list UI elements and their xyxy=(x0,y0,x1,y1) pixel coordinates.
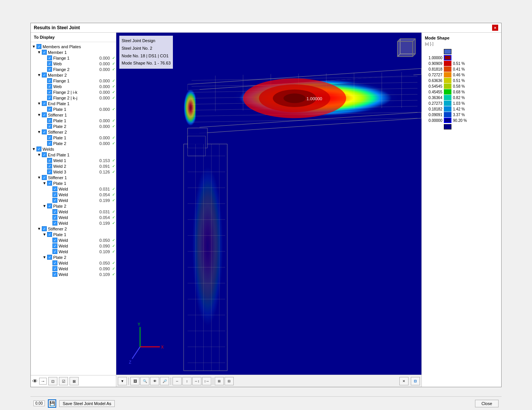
checkbox-w_s2_p1_weld2[interactable] xyxy=(52,243,57,248)
checkbox-m2_flange1[interactable] xyxy=(47,78,52,83)
checkbox-endplate1[interactable] xyxy=(42,101,47,106)
tree-item-endplate1[interactable]: ▼End Plate 1 xyxy=(32,101,115,106)
tree-item-m2_flange2ik[interactable]: Flange 2 | i-k0.000✓ xyxy=(32,89,115,95)
checkbox-ep1_plate1[interactable] xyxy=(47,107,52,112)
toolbar-move-yx-btn[interactable]: ↕↔ xyxy=(202,377,211,385)
footer-btn-2[interactable]: ☑ xyxy=(59,377,68,385)
viewport-wrapper[interactable]: Steel Joint Design Steel Joint No. 2 Nod… xyxy=(116,33,421,375)
save-model-button[interactable]: Save Steel Joint Model As xyxy=(59,400,115,407)
checkbox-w_s1_plate1[interactable] xyxy=(47,181,52,186)
checkbox-w_s2_plate2[interactable] xyxy=(47,255,52,260)
checkbox-member2[interactable] xyxy=(42,73,47,77)
tree-item-stiffener2[interactable]: ▼Stiffener 2 xyxy=(32,129,115,135)
checkbox-m1_flange2[interactable] xyxy=(47,67,52,72)
checkbox-m2_web[interactable] xyxy=(47,84,52,89)
expander-welds[interactable]: ▼ xyxy=(32,147,36,151)
tree-item-w_s2_p1_weld2[interactable]: Weld0.090✓ xyxy=(32,243,115,249)
expander-w_stiffener2[interactable]: ▼ xyxy=(37,227,41,231)
expander-w_s2_plate1[interactable]: ▼ xyxy=(42,232,47,237)
tree-item-w_ep1_weld2[interactable]: Weld 20.091✓ xyxy=(32,163,115,169)
tree-item-s2_plate1[interactable]: Plate 10.000✓ xyxy=(32,135,115,140)
checkbox-w_s2_p2_weld2[interactable] xyxy=(52,266,57,271)
toolbar-view-btn[interactable]: 👁 xyxy=(150,377,159,385)
tree-item-w_endplate1[interactable]: ▼End Plate 1 xyxy=(32,152,115,158)
tree-item-s1_plate1[interactable]: Plate 10.000✓ xyxy=(32,118,115,123)
tree-item-w_s1_p1_weld2[interactable]: Weld0.054✓ xyxy=(32,192,115,197)
toolbar-frame-btn[interactable]: 🖼 xyxy=(130,377,139,385)
close-button[interactable]: Close xyxy=(475,400,499,407)
tree-item-w_ep1_weld3[interactable]: Weld 30.126✓ xyxy=(32,169,115,175)
expander-member1[interactable]: ▼ xyxy=(37,50,41,55)
title-close-button[interactable]: × xyxy=(492,25,498,31)
checkbox-w_ep1_weld2[interactable] xyxy=(47,164,52,169)
expander-endplate1[interactable]: ▼ xyxy=(37,101,41,106)
toolbar-search-btn[interactable]: 🔎 xyxy=(160,377,169,385)
expander-w_s2_plate2[interactable]: ▼ xyxy=(42,255,47,260)
checkbox-w_stiffener2[interactable] xyxy=(42,226,47,231)
expander-w_s1_plate2[interactable]: ▼ xyxy=(42,204,47,208)
checkbox-w_s2_p2_weld1[interactable] xyxy=(52,260,57,265)
tree-item-w_s1_plate2[interactable]: ▼Plate 2 xyxy=(32,203,115,209)
tree-item-ep1_plate1[interactable]: Plate 10.000✓ xyxy=(32,106,115,112)
tree-item-w_stiffener2[interactable]: ▼Stiffener 2 xyxy=(32,226,115,232)
tree-item-w_s1_p1_weld3[interactable]: Weld0.199✓ xyxy=(32,197,115,203)
checkbox-m2_flange2ik[interactable] xyxy=(47,90,52,95)
tree-item-w_s2_p2_weld2[interactable]: Weld0.090✓ xyxy=(32,266,115,271)
footer-btn-3[interactable]: ⊠ xyxy=(70,377,79,385)
expander-stiffener1[interactable]: ▼ xyxy=(37,113,41,117)
toolbar-minus-btn[interactable]: ⊟ xyxy=(225,377,234,385)
checkbox-w_s1_p1_weld1[interactable] xyxy=(52,186,57,191)
checkbox-s1_plate1[interactable] xyxy=(47,118,52,123)
tree-item-member2[interactable]: ▼Member 2 xyxy=(32,72,115,78)
checkbox-members_plates[interactable] xyxy=(36,44,41,49)
toolbar-zoom-btn[interactable]: 🔍 xyxy=(140,377,149,385)
tree-item-w_s2_p2_weld1[interactable]: Weld0.050✓ xyxy=(32,260,115,266)
checkbox-w_s1_p1_weld3[interactable] xyxy=(52,198,57,203)
checkbox-stiffener1[interactable] xyxy=(42,112,47,117)
tree-item-w_s2_plate1[interactable]: ▼Plate 1 xyxy=(32,232,115,237)
checkbox-w_s1_p2_weld2[interactable] xyxy=(52,215,57,220)
checkbox-m1_flange1[interactable] xyxy=(47,55,52,60)
tree-item-m1_flange1[interactable]: Flange 10.000✓ xyxy=(32,55,115,61)
tree-item-m2_web[interactable]: Web0.000✓ xyxy=(32,84,115,89)
checkbox-w_s2_p1_weld3[interactable] xyxy=(52,249,57,254)
checkbox-w_ep1_weld3[interactable] xyxy=(47,169,52,174)
expander-members_plates[interactable]: ▼ xyxy=(32,44,36,49)
save-model-icon[interactable]: 💾 xyxy=(48,399,56,408)
tree-item-m2_flange1[interactable]: Flange 10.000✓ xyxy=(32,78,115,84)
tree-item-w_stiffener1[interactable]: ▼Stiffener 1 xyxy=(32,175,115,180)
tree-item-m1_flange2[interactable]: Flange 20.000✓ xyxy=(32,66,115,72)
tree-item-members_plates[interactable]: ▼Members and Plates xyxy=(32,44,115,49)
toolbar-dropdown-btn[interactable]: ▼ xyxy=(118,377,127,385)
tree-item-stiffener1[interactable]: ▼Stiffener 1 xyxy=(32,112,115,118)
tree-item-welds[interactable]: ▼Welds xyxy=(32,146,115,152)
checkbox-s2_plate2[interactable] xyxy=(47,141,52,146)
tree-item-w_s2_plate2[interactable]: ▼Plate 2 xyxy=(32,254,115,260)
checkbox-w_endplate1[interactable] xyxy=(42,152,47,157)
toolbar-move-xy-btn[interactable]: ↔↕ xyxy=(192,377,201,385)
tree-item-w_s1_p2_weld1[interactable]: Weld0.031✓ xyxy=(32,209,115,214)
checkbox-w_ep1_weld1[interactable] xyxy=(47,158,52,163)
checkbox-w_s1_p1_weld2[interactable] xyxy=(52,192,57,197)
expander-w_stiffener1[interactable]: ▼ xyxy=(37,175,41,180)
tree-item-s2_plate2[interactable]: Plate 20.000✓ xyxy=(32,140,115,146)
checkbox-w_s1_p2_weld1[interactable] xyxy=(52,209,57,214)
checkbox-s2_plate1[interactable] xyxy=(47,135,52,140)
tree-item-w_ep1_weld1[interactable]: Weld 10.153✓ xyxy=(32,158,115,163)
toolbar-move-y-btn[interactable]: ↕ xyxy=(182,377,192,385)
checkbox-stiffener2[interactable] xyxy=(42,129,47,134)
expander-stiffener2[interactable]: ▼ xyxy=(37,130,41,134)
checkbox-member1[interactable] xyxy=(42,50,47,55)
nav-cube[interactable] xyxy=(392,36,418,62)
toolbar-expand-btn[interactable]: ⊡ xyxy=(411,377,420,385)
tree-item-w_s1_p2_weld3[interactable]: Weld0.199✓ xyxy=(32,220,115,226)
footer-btn-1[interactable]: ⊡ xyxy=(48,377,57,385)
tree-item-member1[interactable]: ▼Member 1 xyxy=(32,49,115,55)
checkbox-w_s1_p2_weld3[interactable] xyxy=(52,221,57,226)
toolbar-grid-btn[interactable]: ⊞ xyxy=(215,377,224,385)
tree-item-w_s1_p1_weld1[interactable]: Weld0.031✓ xyxy=(32,186,115,192)
tree-item-w_s2_p2_weld3[interactable]: Weld0.109✓ xyxy=(32,271,115,277)
toolbar-close-btn[interactable]: ✕ xyxy=(399,377,408,385)
checkbox-w_stiffener1[interactable] xyxy=(42,175,47,180)
checkbox-w_s1_plate2[interactable] xyxy=(47,203,52,208)
